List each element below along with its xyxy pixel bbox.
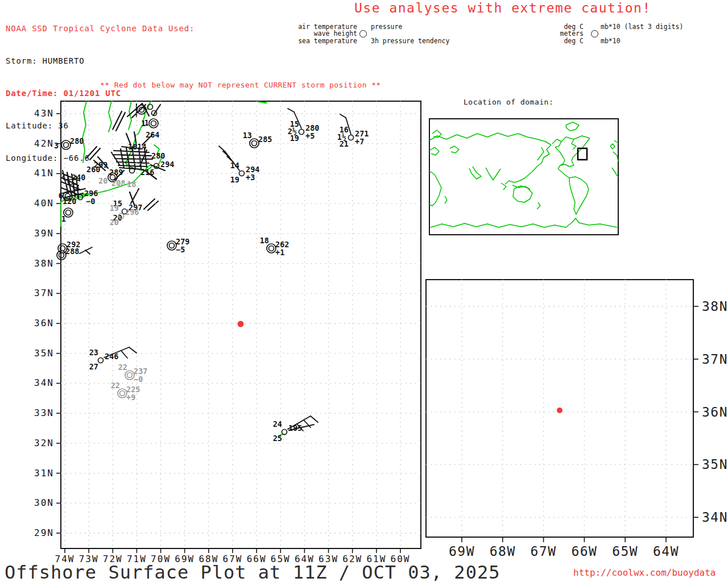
world-coastlines <box>429 122 618 227</box>
storm-latitude: Latitude: 36 <box>6 120 195 131</box>
station-outer-ring <box>250 139 259 148</box>
station-circle <box>349 135 354 140</box>
caution-banner: Use analyses with extreme caution! <box>354 1 651 15</box>
main-lat-label: 38N <box>34 258 54 269</box>
legend-tendency-label: 3h pressure tendency <box>371 38 449 44</box>
station-ship-271: 161½21271+7 <box>337 114 369 148</box>
site-url[interactable]: http://coolwx.com/buoydata <box>573 567 715 578</box>
station-buoy-279: 279−5 <box>167 237 189 254</box>
main-lat-label: 30N <box>34 497 54 508</box>
domain-lat-label: 37N <box>702 352 728 367</box>
main-lat-label: 32N <box>34 438 54 448</box>
main-lat-label: 34N <box>34 377 54 388</box>
station-tend: +5 <box>305 131 315 140</box>
station-circle <box>127 373 133 378</box>
station-buoy-237: 22237−0 <box>118 363 148 384</box>
legend-pressure-label: pressure <box>371 23 402 30</box>
station-ship-294: 1419294+3 <box>219 146 259 184</box>
station-air: 18 <box>260 236 269 245</box>
station-circle <box>252 141 257 146</box>
station-pres: 285 <box>258 135 272 144</box>
station-air: 19 <box>110 203 119 213</box>
domain-lat-label: 34N <box>702 510 728 525</box>
wind-barb <box>85 250 90 254</box>
legend-sea-units: deg C <box>527 38 584 44</box>
station-buoy-225: 22225+9 <box>111 381 140 402</box>
green-dot <box>264 102 266 103</box>
wind-barb <box>219 146 225 152</box>
domain-lon-label: 67W <box>531 544 557 559</box>
wind-barb <box>288 109 294 112</box>
domain-lon-label: 68W <box>490 544 516 559</box>
storm-position-warning: ** Red dot below may NOT represent CURRE… <box>100 81 381 89</box>
main-lat-label: 36N <box>34 318 54 329</box>
domain-lon-label: 66W <box>571 544 597 559</box>
station-tend: +1 <box>275 248 284 257</box>
main-lat-label: 33N <box>34 408 54 418</box>
station-air: 22 <box>111 381 120 390</box>
station-sea: 27 <box>89 362 98 371</box>
station-sea: 25 <box>273 434 282 443</box>
main-lat-label: 37N <box>34 288 54 298</box>
domain-lat-label: 36N <box>702 405 728 419</box>
station-circle <box>169 243 175 248</box>
station-tend: −5 <box>176 245 185 254</box>
station-ship-246: 2327246 <box>89 347 136 371</box>
station-circle <box>239 171 245 176</box>
station-sea: 21 <box>340 139 349 148</box>
station-circle <box>66 210 71 215</box>
station-outer-ring <box>125 371 134 380</box>
station-circle <box>120 391 125 396</box>
main-lat-label: 31N <box>34 468 54 479</box>
station-tend: +9 <box>126 393 135 402</box>
offshore-surface-plot-page: { "colors": {"red": "#ef3b38", "green": … <box>0 0 728 582</box>
station-sea: 19 <box>230 175 239 184</box>
station-circle <box>269 246 274 251</box>
station-sea: 1 <box>61 214 66 223</box>
station-circle <box>98 358 104 363</box>
world-map-inset <box>429 119 618 235</box>
wind-barb <box>129 347 136 353</box>
main-lat-label: 39N <box>34 228 54 239</box>
station-circle-icon <box>591 30 598 38</box>
station-outer-ring <box>267 244 276 253</box>
cluster-text: 20 <box>98 176 107 185</box>
cluster-text: 18 <box>127 180 136 189</box>
station-circle <box>299 130 304 135</box>
legend-tendency-units: mb*10 <box>601 38 621 44</box>
station-circle-icon <box>359 30 367 38</box>
main-lat-label: 40N <box>34 198 54 209</box>
storm-dot-domain <box>557 408 562 413</box>
storm-name: Storm: HUMBERTO <box>6 56 195 66</box>
world-inset-frame <box>429 119 618 235</box>
inset-title: Location of domain: <box>464 98 553 106</box>
wind-barb <box>311 416 318 422</box>
cluster-text: 208 <box>111 178 125 188</box>
station-air: 22 <box>118 363 127 372</box>
station-tend: −0 <box>134 375 143 384</box>
domain-plot: 69W68W67W66W65W64W38N37N36N35N34N <box>426 280 728 559</box>
domain-lon-label: 65W <box>612 544 638 559</box>
domain-location-rect <box>578 148 587 160</box>
legend-wave-units: meters <box>527 30 584 37</box>
station-buoy-285: 13285 <box>243 131 272 148</box>
station-tend: +7 <box>355 137 364 146</box>
plot-title: Offshore Surface Plot at 11Z / OCT 03, 2… <box>5 562 500 582</box>
station-tend: +3 <box>246 173 255 182</box>
station-air: 13 <box>243 131 252 140</box>
station-ship-195: 2425195 <box>273 416 318 443</box>
legend-pressure-units: mb*10 (last 3 digits) <box>601 23 683 30</box>
station-buoy-262: 18262+1 <box>260 236 289 257</box>
station-sea: 20 <box>110 218 119 227</box>
domain-lat-label: 38N <box>702 299 728 314</box>
header-title: NOAA SSD Tropical Cyclone Data Used: <box>6 23 195 34</box>
main-lat-label: 29N <box>34 527 54 538</box>
cluster-text: 120 <box>63 197 76 206</box>
station-pres: 296 <box>125 207 139 217</box>
station-air: 23 <box>89 348 98 357</box>
legend-sea-label: sea temperature <box>267 38 357 44</box>
storm-datetime: Date/Time: 01/1201 UTC <box>6 88 195 99</box>
station-buoy-288: 288 <box>57 247 92 260</box>
station-outer-ring <box>118 389 127 398</box>
domain-lat-label: 35N <box>702 457 728 472</box>
